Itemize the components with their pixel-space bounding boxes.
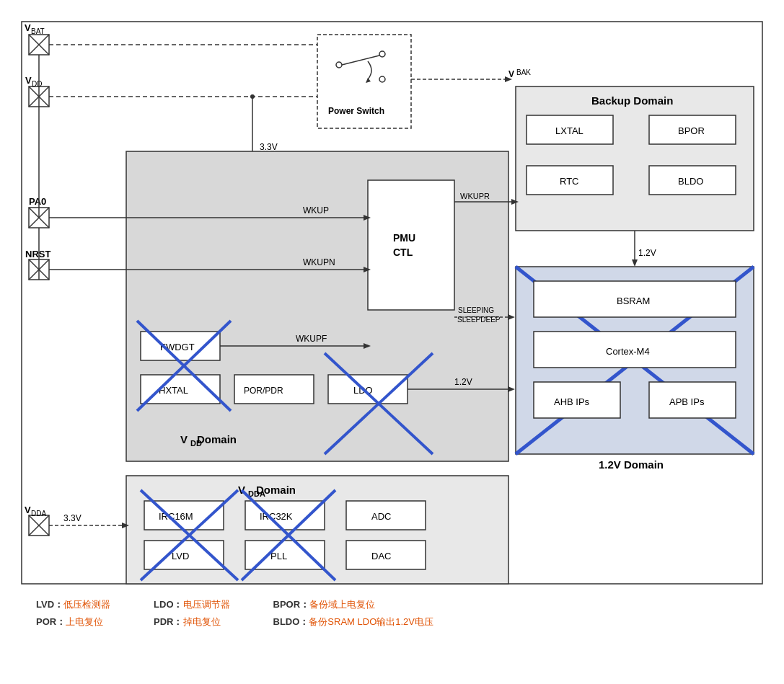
svg-point-20 [379,51,385,57]
svg-text:LXTAL: LXTAL [555,125,583,136]
svg-text:BPOR: BPOR [678,125,705,136]
legend-bpor-label: BPOR： [273,599,310,610]
legend-area: LVD：低压检测器 POR：上电复位 LDO：电压调节器 PDR：掉电复位 BP… [14,591,770,636]
svg-text:V: V [25,505,31,515]
svg-text:POR/PDR: POR/PDR [244,386,283,396]
svg-text:ADC: ADC [371,511,391,522]
svg-text:WKUPF: WKUPF [296,334,327,344]
legend-pdr: PDR：掉电复位 [154,616,229,629]
svg-marker-23 [366,78,371,83]
legend-bldo-desc: 备份SRAM LDO输出1.2V电压 [309,616,433,627]
svg-text:BAK: BAK [516,68,531,76]
legend-bldo-label: BLDO： [273,616,309,627]
legend-lvd-desc: 低压检测器 [63,599,110,610]
svg-text:PLL: PLL [270,551,287,561]
svg-text:V: V [25,22,31,33]
svg-text:1.2V: 1.2V [454,377,472,387]
svg-text:Backup Domain: Backup Domain [591,94,673,107]
svg-text:RTC: RTC [560,176,578,187]
svg-text:AHB IPs: AHB IPs [554,396,590,407]
svg-text:3.3V: 3.3V [63,513,82,523]
legend-bldo: BLDO：备份SRAM LDO输出1.2V电压 [273,616,434,629]
svg-text:DAC: DAC [371,551,391,561]
svg-text:BAT: BAT [31,27,45,35]
svg-text:DDA: DDA [31,510,46,518]
svg-text:WKUPR: WKUPR [460,192,490,200]
legend-ldo: LDO：电压调节器 [154,598,229,611]
svg-point-19 [336,62,342,68]
diagram-area: V BAT V DD 3.3V [14,14,770,591]
legend-pdr-desc: 掉电复位 [183,616,221,627]
legend-ldo-desc: 电压调节器 [183,599,230,610]
svg-line-22 [342,55,379,65]
svg-text:3.3V: 3.3V [260,142,278,152]
svg-marker-72 [508,314,515,320]
svg-text:V: V [25,75,32,86]
svg-marker-82 [508,386,515,392]
legend-pdr-label: PDR： [154,616,182,627]
svg-text:Domain: Domain [197,433,237,445]
svg-text:SLEEPDEEP: SLEEPDEEP [457,316,501,324]
svg-text:BLDO: BLDO [678,176,703,187]
legend-por-label: POR： [36,616,66,627]
svg-text:SLEEPING: SLEEPING [458,306,494,314]
svg-text:PMU: PMU [393,232,415,244]
legend-lvd: LVD：低压检测器 [36,598,110,611]
main-container: V BAT V DD 3.3V [0,0,784,643]
legend-por: POR：上电复位 [36,616,110,629]
legend-bpor: BPOR：备份域上电复位 [273,598,434,611]
legend-col-1: LVD：低压检测器 POR：上电复位 [36,598,110,629]
svg-text:V: V [508,69,514,79]
svg-text:APB IPs: APB IPs [669,396,705,407]
svg-marker-40 [632,259,638,267]
legend-lvd-label: LVD： [36,599,63,610]
legend-bpor-desc: 备份域上电复位 [309,599,375,610]
svg-text:WKUPN: WKUPN [303,257,335,267]
svg-point-21 [379,76,385,82]
svg-text:Power Switch: Power Switch [328,106,384,116]
legend-ldo-label: LDO： [154,599,182,610]
svg-text:PA0: PA0 [29,196,46,207]
svg-text:1.2V Domain: 1.2V Domain [599,458,664,471]
svg-text:V: V [180,433,188,445]
svg-text:1.2V: 1.2V [638,248,656,258]
svg-text:Domain: Domain [256,484,296,496]
svg-text:LVD: LVD [172,551,189,561]
legend-por-desc: 上电复位 [66,616,103,627]
svg-text:CTL: CTL [393,246,413,258]
svg-text:WKUP: WKUP [303,205,329,216]
svg-rect-29 [516,86,754,231]
svg-rect-46 [368,180,454,310]
svg-text:NRST: NRST [25,249,50,259]
svg-text:DD: DD [32,80,42,88]
svg-text:Cortex-M4: Cortex-M4 [606,346,650,357]
legend-col-3: BPOR：备份域上电复位 BLDO：备份SRAM LDO输出1.2V电压 [273,598,434,629]
legend-col-2: LDO：电压调节器 PDR：掉电复位 [154,598,229,629]
svg-text:BSRAM: BSRAM [617,296,650,306]
